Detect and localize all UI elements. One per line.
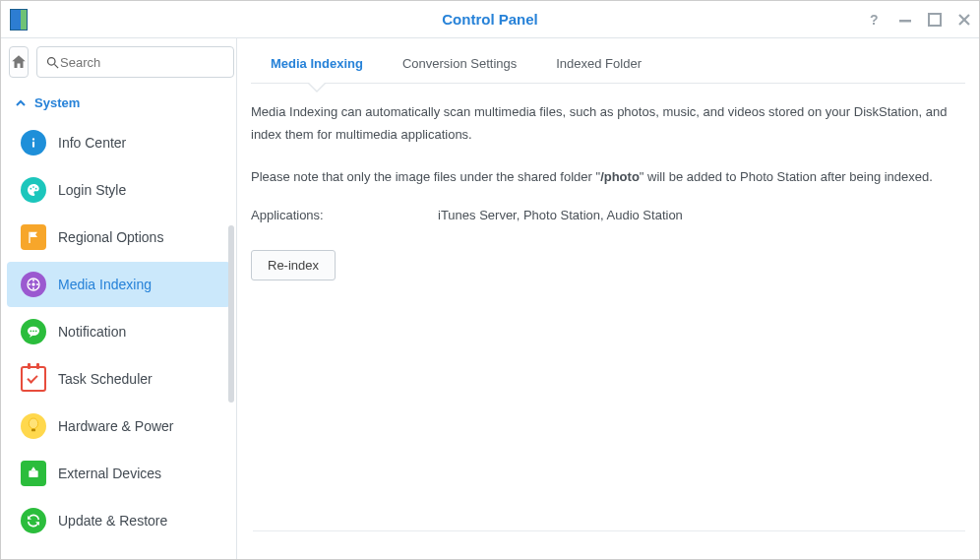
palette-icon bbox=[21, 177, 46, 203]
sidebar-item-notification[interactable]: Notification bbox=[7, 309, 230, 354]
applications-value: iTunes Server, Photo Station, Audio Stat… bbox=[438, 208, 683, 222]
device-icon bbox=[21, 461, 46, 486]
sync-icon bbox=[21, 508, 46, 533]
svg-point-11 bbox=[35, 188, 37, 190]
home-icon bbox=[10, 53, 28, 71]
calendar-icon bbox=[21, 366, 46, 392]
sidebar-item-label: Update & Restore bbox=[58, 513, 167, 529]
chevron-up-icon bbox=[15, 97, 27, 109]
divider bbox=[253, 530, 965, 531]
svg-text:?: ? bbox=[870, 12, 879, 28]
close-icon[interactable] bbox=[957, 13, 971, 27]
sidebar-group-label: System bbox=[34, 95, 80, 110]
chat-icon bbox=[21, 319, 46, 344]
svg-point-14 bbox=[31, 282, 34, 285]
reindex-button[interactable]: Re-index bbox=[251, 250, 336, 280]
sidebar-item-label: Media Indexing bbox=[58, 277, 152, 292]
sidebar-item-task-scheduler[interactable]: Task Scheduler bbox=[7, 356, 230, 402]
svg-rect-25 bbox=[29, 470, 37, 477]
svg-point-15 bbox=[32, 280, 34, 281]
description-text-2: Please note that only the image files un… bbox=[251, 166, 965, 189]
applications-label: Applications: bbox=[251, 208, 438, 222]
svg-point-22 bbox=[35, 330, 37, 332]
sidebar-item-label: Info Center bbox=[58, 135, 126, 151]
svg-point-10 bbox=[32, 186, 34, 188]
svg-line-6 bbox=[54, 64, 58, 68]
svg-rect-24 bbox=[31, 429, 35, 432]
help-icon[interactable]: ? bbox=[867, 12, 883, 28]
svg-point-17 bbox=[29, 283, 31, 285]
sidebar-item-regional-options[interactable]: Regional Options bbox=[7, 215, 230, 260]
svg-point-23 bbox=[29, 418, 37, 429]
applications-row: Applications: iTunes Server, Photo Stati… bbox=[251, 208, 965, 222]
sidebar-item-login-style[interactable]: Login Style bbox=[7, 167, 230, 213]
description-text-1: Media Indexing can automatically scan mu… bbox=[251, 101, 965, 147]
sidebar-item-media-indexing[interactable]: Media Indexing bbox=[7, 262, 230, 307]
content-area: Media Indexing Conversion Settings Index… bbox=[237, 38, 979, 559]
search-field[interactable] bbox=[36, 46, 234, 78]
sidebar-item-label: Notification bbox=[58, 324, 126, 340]
sidebar-group-system[interactable]: System bbox=[1, 86, 236, 118]
info-icon bbox=[21, 130, 46, 156]
tab-indexed-folder[interactable]: Indexed Folder bbox=[536, 44, 661, 83]
search-icon bbox=[45, 55, 60, 70]
tab-label: Conversion Settings bbox=[402, 56, 517, 71]
sidebar-item-label: Regional Options bbox=[58, 229, 163, 245]
home-button[interactable] bbox=[9, 46, 29, 78]
bulb-icon bbox=[21, 413, 46, 439]
sidebar-item-label: External Devices bbox=[58, 466, 161, 481]
sidebar-item-hardware-power[interactable]: Hardware & Power bbox=[7, 404, 230, 449]
svg-point-7 bbox=[32, 138, 34, 140]
sidebar-item-label: Hardware & Power bbox=[58, 418, 174, 434]
search-input[interactable] bbox=[60, 55, 225, 70]
svg-rect-1 bbox=[899, 20, 911, 23]
tab-conversion-settings[interactable]: Conversion Settings bbox=[383, 44, 536, 83]
maximize-icon[interactable] bbox=[928, 13, 942, 27]
sidebar-item-update-restore[interactable]: Update & Restore bbox=[7, 498, 230, 543]
svg-point-20 bbox=[30, 330, 31, 332]
sidebar-item-label: Task Scheduler bbox=[58, 371, 153, 387]
svg-point-18 bbox=[36, 283, 38, 285]
svg-rect-2 bbox=[929, 14, 941, 26]
window-title: Control Panel bbox=[442, 11, 538, 28]
svg-point-16 bbox=[32, 287, 34, 289]
svg-point-21 bbox=[32, 330, 34, 332]
sidebar: System Info Center Login Style Regional … bbox=[1, 38, 237, 559]
sidebar-item-external-devices[interactable]: External Devices bbox=[7, 451, 230, 496]
minimize-icon[interactable] bbox=[898, 13, 912, 27]
sidebar-item-label: Login Style bbox=[58, 182, 126, 198]
tab-label: Media Indexing bbox=[271, 56, 363, 71]
scrollbar[interactable] bbox=[228, 225, 234, 403]
sidebar-item-info-center[interactable]: Info Center bbox=[7, 120, 230, 165]
window-controls: ? bbox=[867, 1, 971, 38]
svg-point-9 bbox=[30, 188, 31, 190]
svg-rect-8 bbox=[32, 142, 34, 148]
tab-media-indexing[interactable]: Media Indexing bbox=[251, 44, 383, 83]
titlebar: Control Panel ? bbox=[1, 1, 979, 38]
app-icon bbox=[3, 4, 34, 35]
svg-rect-12 bbox=[29, 232, 30, 243]
tab-label: Indexed Folder bbox=[556, 56, 642, 71]
film-icon bbox=[21, 272, 46, 297]
flag-icon bbox=[21, 224, 46, 250]
svg-point-5 bbox=[48, 57, 56, 65]
tabs: Media Indexing Conversion Settings Index… bbox=[251, 44, 965, 84]
